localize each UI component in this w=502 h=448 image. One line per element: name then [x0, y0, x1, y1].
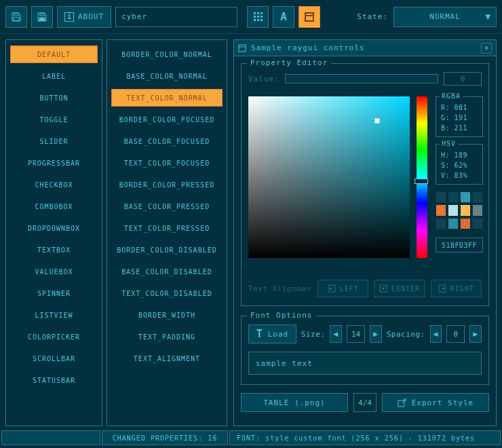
spacing-increment-button[interactable]: ▶ — [469, 325, 482, 343]
hsv-s-value: S: 62% — [441, 160, 482, 170]
properties-list-item[interactable]: BORDER_COLOR_NORMAL — [111, 45, 223, 63]
chevron-left-icon: ◀ — [333, 331, 339, 337]
controls-list-item[interactable]: SLIDER — [10, 132, 98, 150]
color-picker-area[interactable] — [248, 96, 410, 258]
grid-icon — [254, 12, 263, 21]
properties-list-item[interactable]: BORDER_WIDTH — [111, 306, 223, 324]
align-center-button[interactable]: CENTER — [374, 280, 425, 297]
hue-slider-cursor[interactable] — [414, 179, 428, 184]
palette-swatch[interactable] — [460, 218, 471, 229]
align-left-button[interactable]: LEFT — [317, 280, 368, 297]
palette-swatch[interactable] — [436, 204, 446, 216]
properties-list-item[interactable]: BASE_COLOR_DISABLED — [111, 263, 223, 280]
window-titlebar[interactable]: Sample raygui controls × — [234, 40, 496, 56]
controls-list-item[interactable]: CHECKBOX — [10, 176, 98, 193]
palette-swatch[interactable] — [436, 191, 446, 203]
controls-list-item[interactable]: SPINNER — [10, 284, 98, 302]
statusbar-changed-properties: CHANGED PROPERTIES: 16 — [102, 430, 228, 445]
palette-swatch[interactable] — [472, 191, 483, 203]
properties-list-item[interactable]: BASE_COLOR_PRESSED — [111, 198, 223, 215]
sample-text-input[interactable] — [248, 352, 482, 375]
state-selector: State: NORMAL ▼ — [357, 7, 497, 27]
size-label: Size: — [301, 330, 326, 339]
properties-list-item[interactable]: BORDER_COLOR_DISABLED — [111, 241, 223, 259]
controls-list-item[interactable]: PROGRESSBAR — [10, 154, 98, 172]
spacing-value-box[interactable]: 0 — [446, 325, 465, 343]
load-font-button[interactable]: T Load — [248, 324, 296, 343]
window-title: Sample raygui controls — [251, 43, 365, 52]
export-style-button[interactable]: Export Style — [382, 393, 489, 412]
style-color-palette — [436, 191, 483, 229]
properties-list-item[interactable]: BORDER_COLOR_FOCUSED — [111, 111, 223, 128]
controls-list-item[interactable]: SCROLLBAR — [10, 350, 98, 367]
properties-list-item[interactable]: BASE_COLOR_FOCUSED — [111, 132, 223, 150]
controls-list-item[interactable]: COLORPICKER — [10, 328, 98, 346]
spacing-decrement-button[interactable]: ◀ — [430, 325, 442, 343]
color-picker-cursor[interactable] — [375, 118, 380, 123]
align-left-icon — [328, 284, 336, 293]
rgba-b-value: B: 211 — [441, 123, 482, 133]
about-button[interactable]: i ABOUT — [57, 6, 111, 28]
style-table-view-button[interactable] — [247, 6, 269, 28]
state-dropdown[interactable]: NORMAL ▼ — [393, 7, 497, 27]
controls-list-item[interactable]: LABEL — [10, 67, 98, 85]
chevron-right-icon: ▶ — [473, 331, 478, 337]
table-png-label: TABLE (.png) — [263, 398, 325, 407]
properties-list-item[interactable]: TEXT_COLOR_DISABLED — [111, 284, 223, 302]
hex-color-input[interactable]: 51BFD3FF — [436, 238, 483, 253]
close-button[interactable]: × — [481, 43, 492, 54]
controls-list-item[interactable]: TEXTBOX — [10, 241, 98, 259]
properties-list-item[interactable]: BORDER_COLOR_PRESSED — [111, 176, 223, 193]
controls-list-item[interactable]: TOGGLE — [10, 111, 98, 128]
font-options-group-label: Font Options — [247, 311, 315, 320]
controls-list-item[interactable]: VALUEBOX — [10, 263, 98, 280]
hsv-v-value: V: 83% — [441, 170, 482, 181]
controls-list-item[interactable]: COMBOBOX — [10, 198, 98, 215]
hsv-h-value: H: 189 — [441, 150, 482, 160]
statusbar-segment-empty — [1, 430, 100, 445]
font-info-text: FONT: style custom font (256 x 256) - 13… — [237, 434, 475, 442]
load-style-button[interactable] — [5, 6, 27, 28]
palette-swatch[interactable] — [448, 191, 459, 203]
rgba-r-value: R: 081 — [441, 102, 482, 113]
controls-list-item[interactable]: DEFAULT — [10, 45, 98, 63]
size-increment-button[interactable]: ▶ — [370, 325, 382, 343]
page-indicator: 4/4 — [353, 393, 376, 412]
chevron-right-icon: ▶ — [373, 331, 379, 337]
property-editor-group: Property Editor Value: 0 RGBA R: 081 G: … — [241, 63, 489, 306]
properties-list-item[interactable]: TEXT_PADDING — [111, 328, 223, 346]
font-view-button[interactable]: A — [273, 6, 294, 28]
controls-list-item[interactable]: LISTVIEW — [10, 306, 98, 324]
controls-view-button[interactable] — [298, 6, 320, 28]
statusbar-font-info: FONT: style custom font (256 x 256) - 13… — [229, 430, 501, 445]
properties-list-item[interactable]: TEXT_COLOR_NORMAL — [111, 89, 223, 107]
save-style-button[interactable] — [31, 6, 53, 28]
table-png-button[interactable]: TABLE (.png) — [241, 393, 348, 412]
controls-list-item[interactable]: BUTTON — [10, 89, 98, 107]
controls-list-item[interactable]: STATUSBAR — [10, 371, 98, 389]
palette-swatch[interactable] — [448, 204, 459, 216]
size-value-box[interactable]: 14 — [347, 325, 365, 343]
palette-swatch[interactable] — [460, 204, 471, 216]
properties-list-item[interactable]: BASE_COLOR_NORMAL — [111, 67, 223, 85]
chevron-down-icon: ▼ — [485, 13, 490, 20]
palette-swatch[interactable] — [436, 218, 446, 229]
hue-slider[interactable] — [417, 96, 427, 258]
palette-swatch[interactable] — [448, 218, 459, 229]
value-slider[interactable] — [285, 74, 438, 83]
style-name-input[interactable] — [115, 7, 237, 27]
value-box[interactable]: 0 — [444, 72, 482, 86]
properties-list-item[interactable]: TEXT_ALIGNMENT — [111, 350, 223, 367]
align-right-button[interactable]: RIGHT — [431, 280, 482, 297]
palette-swatch[interactable] — [472, 204, 483, 216]
palette-swatch[interactable] — [460, 191, 471, 203]
palette-swatch[interactable] — [472, 218, 483, 229]
font-options-row: T Load Size: ◀ 14 ▶ Spacing: ◀ 0 ▶ — [248, 324, 482, 343]
size-decrement-button[interactable]: ◀ — [330, 325, 342, 343]
window-bottom-row: TABLE (.png) 4/4 Export Style — [241, 393, 489, 412]
about-button-label: ABOUT — [78, 12, 104, 21]
properties-list-item[interactable]: TEXT_COLOR_PRESSED — [111, 219, 223, 237]
controls-list-item[interactable]: DROPDOWNBOX — [10, 219, 98, 237]
properties-list-item[interactable]: TEXT_COLOR_FOCUSED — [111, 154, 223, 172]
rgba-group-label: RGBA — [440, 92, 463, 100]
